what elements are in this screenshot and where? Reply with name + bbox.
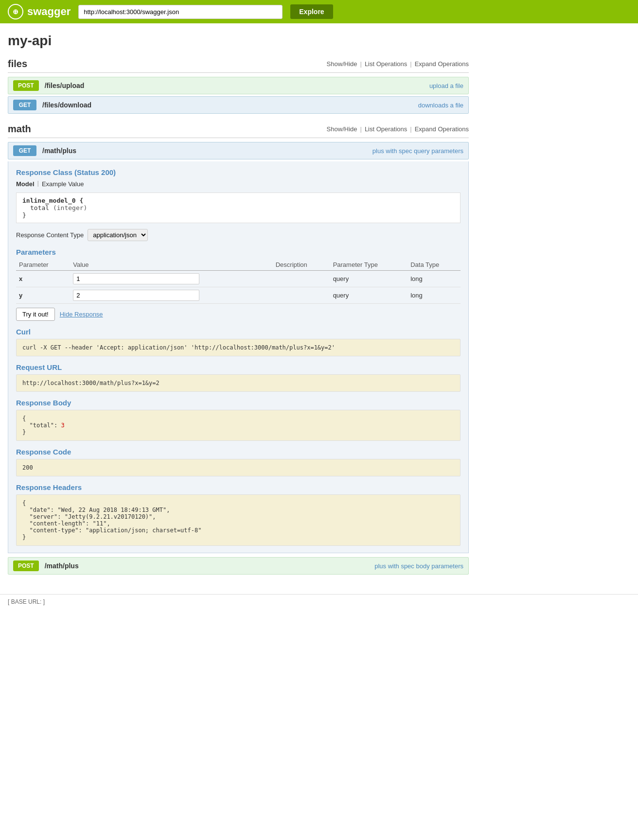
swagger-logo: ⊕ swagger [8,4,71,19]
explore-button[interactable]: Explore [290,4,333,19]
response-body-title: Response Body [16,399,461,407]
col-data-type: Data Type [408,259,461,271]
math-list-operations[interactable]: List Operations [365,125,407,133]
param-type-y: query [330,287,408,304]
top-bar: ⊕ swagger Explore [0,0,638,23]
param-value-y [70,287,272,304]
curl-value: curl -X GET --header 'Accept: applicatio… [16,339,461,356]
section-math-title: math [8,123,31,135]
param-name-y: y [16,287,70,304]
param-value-x [70,271,272,287]
params-table: Parameter Value Description Parameter Ty… [16,259,461,304]
model-box: inline_model_0 { total (integer) } [16,192,461,223]
method-badge-post-math: POST [13,560,39,571]
param-row-x: x query long [16,271,461,287]
api-url-input[interactable] [78,5,283,19]
op-desc-math-plus-get: plus with spec query parameters [372,147,463,155]
method-badge-get: GET [13,100,36,110]
response-code-section: Response Code 200 [16,448,461,476]
main-content: my-api files Show/Hide | List Operations… [0,23,477,594]
request-url-section: Request URL http://localhost:3000/math/p… [16,363,461,392]
curl-section: Curl curl -X GET --header 'Accept: appli… [16,328,461,356]
request-url-title: Request URL [16,363,461,371]
response-content-type-row: Response Content Type application/json [16,229,461,241]
section-files-header: files Show/Hide | List Operations | Expa… [8,58,469,73]
param-row-y: y query long [16,287,461,304]
section-files-controls: Show/Hide | List Operations | Expand Ope… [327,60,469,68]
swagger-wordmark: swagger [27,5,71,18]
response-headers-value: { "date": "Wed, 22 Aug 2018 18:49:13 GMT… [16,494,461,546]
method-badge-get-math: GET [13,145,36,156]
param-name-x: x [16,271,70,287]
col-value: Value [70,259,272,271]
op-path-math-plus-post: /math/plus [45,562,375,570]
param-type-x: query [330,271,408,287]
param-input-y[interactable] [73,290,199,301]
curl-title: Curl [16,328,461,336]
response-code-value: 200 [16,459,461,476]
response-headers-title: Response Headers [16,483,461,491]
op-math-plus-post[interactable]: POST /math/plus plus with spec body para… [8,557,469,575]
files-show-hide[interactable]: Show/Hide [327,60,357,68]
response-body-number: 3 [61,422,64,429]
param-data-type-x: long [408,271,461,287]
response-body-value: { "total": 3 } [16,410,461,441]
section-files-title: files [8,58,27,70]
tab-example-value[interactable]: Example Value [42,179,84,189]
math-show-hide[interactable]: Show/Hide [327,125,357,133]
param-desc-x [273,271,330,287]
op-desc-math-plus-post: plus with spec body parameters [374,562,463,570]
files-expand-operations[interactable]: Expand Operations [415,60,469,68]
op-desc-files-upload: upload a file [429,82,463,89]
logo-icon: ⊕ [8,4,23,19]
op-path-math-plus-get: /math/plus [42,147,372,155]
section-math: math Show/Hide | List Operations | Expan… [8,123,469,575]
op-path-files-download: /files/download [42,101,418,109]
response-body-section: Response Body { "total": 3 } [16,399,461,441]
api-title: my-api [8,33,469,49]
try-row: Try it out! Hide Response [16,308,461,321]
model-tabs: Model | Example Value [16,179,461,189]
model-close-line: } [22,211,454,219]
section-math-header: math Show/Hide | List Operations | Expan… [8,123,469,138]
col-description: Description [273,259,330,271]
op-path-files-upload: /files/upload [45,82,429,89]
response-class-title: Response Class (Status 200) [16,168,461,176]
op-desc-files-download: downloads a file [418,102,463,109]
params-header-row: Parameter Value Description Parameter Ty… [16,259,461,271]
params-title: Parameters [16,248,461,256]
op-panel-math-plus-get: Response Class (Status 200) Model | Exam… [8,161,469,553]
params-section: Parameters Parameter Value Description P… [16,248,461,321]
param-desc-y [273,287,330,304]
response-headers-section: Response Headers { "date": "Wed, 22 Aug … [16,483,461,546]
col-param-type: Parameter Type [330,259,408,271]
op-math-plus-get[interactable]: GET /math/plus plus with spec query para… [8,142,469,159]
rct-select[interactable]: application/json [88,229,148,241]
rct-label: Response Content Type [16,231,84,239]
col-parameter: Parameter [16,259,70,271]
request-url-value: http://localhost:3000/math/plus?x=1&y=2 [16,374,461,392]
model-prop-line: total (integer) [30,204,454,211]
op-files-download[interactable]: GET /files/download downloads a file [8,96,469,114]
section-math-controls: Show/Hide | List Operations | Expand Ope… [327,125,469,133]
op-files-upload[interactable]: POST /files/upload upload a file [8,77,469,94]
try-it-out-button[interactable]: Try it out! [16,308,55,321]
param-input-x[interactable] [73,273,199,284]
hide-response-link[interactable]: Hide Response [60,311,103,318]
param-data-type-y: long [408,287,461,304]
tab-model[interactable]: Model [16,179,35,189]
base-url-bar: [ BASE URL: ] [0,594,638,609]
section-files: files Show/Hide | List Operations | Expa… [8,58,469,114]
files-list-operations[interactable]: List Operations [365,60,407,68]
model-name-line: inline_model_0 { [22,197,454,204]
method-badge-post: POST [13,80,39,91]
math-expand-operations[interactable]: Expand Operations [415,125,469,133]
response-code-title: Response Code [16,448,461,456]
base-url-label: [ BASE URL: ] [8,598,45,605]
